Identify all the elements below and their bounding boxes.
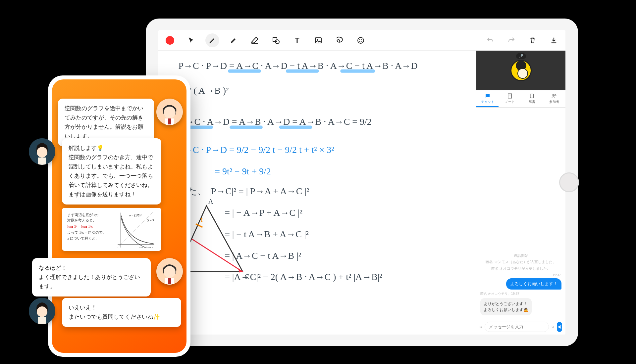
tab-chat-label: チャット — [481, 100, 494, 104]
svg-rect-69 — [38, 317, 46, 324]
pen-tool[interactable] — [205, 33, 219, 47]
message-timestamp: 19:37 — [481, 273, 561, 277]
eraser-icon — [250, 36, 259, 45]
svg-point-6 — [359, 39, 360, 40]
tab-people-label: 参加者 — [549, 100, 559, 104]
image-tool[interactable] — [311, 33, 325, 47]
teacher-avatar — [29, 298, 55, 324]
trash-icon — [529, 37, 536, 44]
svg-point-39 — [553, 94, 555, 96]
lasso-icon — [335, 36, 344, 45]
svg-rect-48 — [168, 118, 171, 124]
student-avatar — [156, 99, 183, 125]
svg-text:P→C · P→D  =  A→C · A→D  −  t : P→C · P→D = A→C · A→D − t A→B · A→C − t … — [178, 61, 417, 71]
attach-image-icon[interactable] — [480, 324, 482, 330]
send-button[interactable] — [557, 322, 562, 332]
phone-screen: 逆関数のグラフを途中までかいてみたのですが、その先の解き方が分かりません。解説を… — [52, 79, 186, 353]
svg-text:また、 |P→C|²  =  | P→A  +  A→C |: また、 |P→C|² = | P→A + A→C |² — [178, 186, 309, 196]
sticker-tool[interactable] — [354, 33, 368, 47]
chat-input-bar — [476, 319, 565, 335]
redo-button[interactable] — [504, 33, 518, 47]
smile-icon — [357, 36, 365, 44]
sender-name: 匿名 オオコウモリ、19:37 — [480, 292, 561, 296]
lasso-tool[interactable] — [333, 33, 346, 47]
pen-icon — [208, 36, 216, 44]
svg-text:log₃ 3ʸ = log₃ 1/x: log₃ 3ʸ = log₃ 1/x — [67, 224, 93, 228]
svg-rect-51 — [38, 158, 46, 165]
svg-text:x について解くと、: x について解くと、 — [67, 236, 99, 240]
side-tabs: チャット ノート 辞書 参加者 — [476, 90, 565, 108]
whiteboard-drawing: P→C · P→D = A→C · A→D − t A→B · A→C − t … — [158, 51, 476, 335]
system-message: 匿名 マンモス（あなた）が入室しました。 — [480, 259, 561, 265]
student-avatar — [156, 258, 183, 285]
marker-tool[interactable] — [227, 33, 240, 47]
download-button[interactable] — [547, 33, 561, 47]
svg-point-50 — [37, 147, 47, 158]
svg-text:C: C — [244, 272, 249, 281]
download-icon — [550, 37, 557, 44]
book-icon — [529, 93, 535, 99]
svg-point-68 — [37, 306, 47, 317]
text-tool[interactable]: T — [290, 33, 304, 47]
tab-chat[interactable]: チャット — [476, 90, 499, 107]
record-button[interactable] — [163, 33, 177, 47]
student-message-2: なるほど！ よく理解できました！ありがとうございます。 — [32, 258, 151, 296]
phone-device: 逆関数のグラフを途中までかいてみたのですが、その先の解き方が分かりません。解説を… — [48, 75, 190, 357]
svg-text:=  9t²  −  9t  +  9/2: = 9t² − 9t + 9/2 — [215, 166, 271, 176]
svg-text:よって 1/x = 3ʸ なので、: よって 1/x = 3ʸ なので、 — [67, 230, 106, 234]
cursor-icon — [187, 37, 195, 44]
svg-text:y = −log₃ x: y = −log₃ x — [139, 246, 154, 248]
undo-button[interactable] — [483, 33, 497, 47]
note-icon — [507, 93, 513, 99]
clear-button[interactable] — [526, 33, 540, 47]
undo-icon — [486, 36, 494, 44]
system-message: 通話開始 — [480, 252, 561, 259]
other-message-bubble: ありがとうございます！ よろしくお願いします🙇 — [480, 298, 532, 315]
svg-text:まず両辺を底が3の: まず両辺を底が3の — [67, 213, 98, 217]
tablet-screen: T — [158, 30, 565, 335]
tablet-home-button[interactable] — [559, 172, 579, 192]
svg-text:A→C · A→D  =  A→B · A→D  =  A→: A→C · A→D = A→B · A→D = A→B · A→C = 9/2 — [178, 116, 371, 127]
side-panel: 🎤̸ チャット ノート 辞書 — [476, 51, 565, 335]
svg-point-4 — [317, 39, 318, 40]
cursor-tool[interactable] — [184, 33, 198, 47]
chat-input[interactable] — [485, 322, 549, 332]
svg-point-7 — [361, 39, 362, 40]
shared-image-attachment[interactable]: まず両辺を底が3の 対数を考えると、 log₃ 3ʸ = log₃ 1/x よっ… — [62, 208, 161, 251]
teacher-avatar-icon — [510, 60, 532, 81]
svg-text:対数を考えると、: 対数を考えると、 — [67, 218, 96, 222]
svg-text:A: A — [208, 197, 213, 205]
svg-text:=  | − A→P  +  A→C |²: = | − A→P + A→C |² — [225, 207, 302, 218]
send-icon — [557, 324, 562, 330]
svg-point-42 — [552, 326, 554, 328]
svg-point-43 — [553, 326, 553, 327]
svg-point-46 — [164, 107, 176, 118]
tab-people[interactable]: 参加者 — [543, 90, 565, 107]
people-icon — [551, 93, 557, 99]
svg-text:y = (1/3)ˣ: y = (1/3)ˣ — [129, 214, 142, 217]
system-message: 匿名 オオコウモリが入室しました。 — [480, 265, 561, 272]
svg-text:t: t — [200, 215, 202, 223]
participant-video: 🎤̸ — [476, 51, 565, 90]
tab-note[interactable]: ノート — [499, 90, 521, 107]
emoji-icon[interactable] — [552, 323, 554, 331]
attachment-preview: まず両辺を底が3の 対数を考えると、 log₃ 3ʸ = log₃ 1/x よっ… — [66, 211, 157, 248]
chat-icon — [485, 93, 491, 99]
eraser-tool[interactable] — [248, 33, 262, 47]
svg-rect-66 — [168, 278, 171, 284]
svg-text:=  | − t A→B  +  A→C |²: = | − t A→B + A→C |² — [225, 229, 309, 239]
tab-dict-label: 辞書 — [529, 100, 535, 104]
shape-icon — [272, 36, 280, 44]
chat-message-list: 通話開始 匿名 マンモス（あなた）が入室しました。 匿名 オオコウモリが入室しま… — [476, 108, 565, 319]
svg-rect-1 — [273, 37, 277, 41]
svg-text:P→C · P→D  =  9/2  −  9/2 t  −: P→C · P→D = 9/2 − 9/2 t − 9/2 t + t² × 3… — [178, 145, 334, 155]
redo-icon — [507, 36, 515, 44]
marker-icon — [230, 36, 238, 44]
svg-point-5 — [358, 37, 364, 43]
tab-dict[interactable]: 辞書 — [521, 90, 543, 107]
whiteboard-canvas[interactable]: P→C · P→D = A→C · A→D − t A→B · A→C − t … — [158, 51, 476, 335]
my-message-bubble: よろしくお願いします！ — [506, 278, 561, 290]
tab-note-label: ノート — [505, 100, 515, 104]
teacher-message-1: 解説します💡 逆関数のグラフのかき方、途中で混乱してしまいますよね。私もよくあり… — [62, 138, 161, 205]
shape-tool[interactable] — [269, 33, 283, 47]
